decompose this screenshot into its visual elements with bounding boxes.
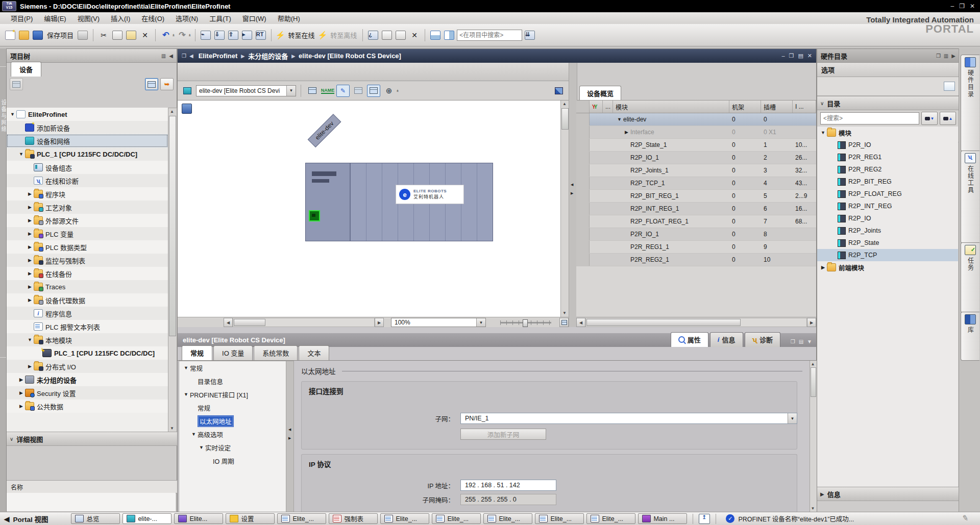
tree-item[interactable]: ▶监控与强制表 [7,254,168,267]
row-handle[interactable] [576,241,590,253]
table-row[interactable]: R2P_INT_REG_10616... [576,203,816,215]
expand-down-icon[interactable]: ▼ [182,365,190,370]
menu-item[interactable]: 帮助(H) [272,12,306,24]
rack-cell[interactable]: 0 [729,254,761,266]
iaddress-cell[interactable]: 2...9 [793,190,816,202]
tab-系统常数[interactable]: 系统常数 [254,345,298,360]
breadcrumb-item[interactable]: elite-dev [Elite Robot CS Device] [299,52,401,60]
menu-item[interactable]: 窗口(W) [237,12,272,24]
save-project-button[interactable]: 保存项目 [47,30,74,40]
undo-icon[interactable]: ↶ [160,29,172,41]
zoom-icon[interactable]: ⊕ [382,85,396,97]
col-iaddress[interactable]: I ... [793,101,816,113]
taskbar-button-设置[interactable]: 设置 [226,513,275,524]
profinet-port-selected[interactable] [309,210,320,221]
go-offline-icon[interactable]: ⚡ [317,31,327,40]
row-handle[interactable] [576,152,590,164]
tree-refresh-icon[interactable]: ➥ [160,78,174,90]
row-handle[interactable] [576,177,590,189]
zoom-options-icon[interactable]: ± [397,89,399,92]
search-up-icon[interactable]: ▲ [940,112,956,125]
row-handle[interactable] [576,126,590,138]
iaddress-cell[interactable]: 68... [793,215,816,228]
module-cell[interactable]: ▶Interface [613,126,729,138]
status-message[interactable]: ✓ PROFINET 设备名称“elite-dev1”已成功... [726,514,854,523]
split-vertical-icon[interactable] [443,29,455,41]
table-row[interactable]: P2R_IO_108 [576,228,816,241]
iaddress-cell[interactable] [793,254,816,266]
table-row[interactable]: P2R_REG1_109 [576,241,816,254]
rack-cell[interactable]: 0 [729,126,761,138]
row-handle[interactable] [576,164,590,177]
station-overview-icon[interactable] [181,85,194,97]
tree-item[interactable]: ▶程序块 [7,187,168,201]
table-row[interactable]: ▶Interface00 X1 [576,126,816,139]
expand-right-icon[interactable]: ▶ [26,244,34,249]
catalog-info-header[interactable]: ▶ 信息 [817,487,964,501]
catalog-section-header[interactable]: ∨ 目录 [817,96,959,110]
window-split-2-icon[interactable] [395,29,407,41]
properties-nav-item[interactable]: ▼常规 [179,361,286,374]
go-offline-button[interactable]: 转至离线 [330,30,357,40]
rack-cell[interactable]: 0 [729,139,761,151]
catalog-item[interactable]: R2P_State [817,237,958,249]
properties-nav-item[interactable]: ▼PROFINET接口 [X1] [179,388,286,401]
window-minimize-icon[interactable]: – [950,3,954,10]
tree-item[interactable]: ▶设备代理数据 [7,293,168,307]
editor-collapse-icon[interactable]: ◀ [189,53,193,59]
tree-item[interactable]: ▶外部源文件 [7,214,168,227]
row-handle[interactable] [576,190,590,202]
rack-cell[interactable]: 0 [729,228,761,240]
panel-options-icon[interactable]: ▥ [161,53,166,59]
col-slot[interactable]: 插槽 [761,101,793,113]
properties-nav-item[interactable]: 以太网地址 [179,414,286,428]
slot-cell[interactable]: 4 [761,177,793,189]
right-tab-libraries[interactable]: 库 [961,312,979,361]
ip-address-field[interactable]: 192 . 168 . 51 . 142 [460,480,556,491]
overview-scroll-left-icon[interactable]: ◀ [576,318,585,327]
slot-cell[interactable]: 8 [761,228,793,240]
detail-view-header[interactable]: ∨ 详细视图 [7,432,182,446]
catalog-item[interactable]: R2P_INT_REG [817,200,958,212]
subnet-mask-field[interactable]: 255 . 255 . 255 . 0 [460,494,556,505]
inspector-tab-属性[interactable]: 属性 [671,332,708,347]
slot-cell[interactable]: 7 [761,215,793,228]
expand-right-icon[interactable]: ▶ [26,205,34,210]
module-cell[interactable]: P2R_IO_1 [613,228,729,240]
save-project-icon[interactable] [32,29,44,41]
expand-right-icon[interactable]: ▶ [819,265,827,270]
catalog-item[interactable]: P2R_REG1 [817,151,958,163]
inspector-tab-诊断[interactable]: ʯ诊断 [745,332,781,347]
menu-item[interactable]: 在线(O) [136,12,170,24]
iaddress-cell[interactable]: 32... [793,164,816,177]
taskbar-button-总览[interactable]: 总览 [71,513,120,524]
properties-nav-item[interactable]: 常规 [179,401,286,414]
catalog-item[interactable]: R2P_TCP [817,249,958,261]
slot-cell[interactable]: 6 [761,203,793,215]
cut-icon[interactable]: ✂ [97,29,110,41]
device-selector-arrow-icon[interactable]: ▼ [286,86,296,96]
zoom-slider[interactable] [500,322,551,323]
fit-to-window-icon[interactable] [559,318,569,327]
col-rack[interactable]: 机架 [729,101,761,113]
menu-item[interactable]: 插入(I) [105,12,136,24]
row-handle[interactable] [576,113,590,126]
properties-nav-splitter[interactable]: ◀ ▶ [286,361,294,512]
canvas-scroll-left-icon[interactable]: ◀ [224,318,233,327]
catalog-item[interactable]: R2P_FLOAT_REG [817,188,958,200]
catalog-search-input[interactable] [820,112,919,124]
menu-item[interactable]: 编辑(E) [38,12,71,24]
window-close-icon[interactable]: ✕ [970,3,975,10]
expand-right-icon[interactable]: ▶ [26,218,34,223]
download-icon[interactable]: ⇩ [213,29,226,41]
row-handle[interactable] [576,228,590,240]
slot-cell[interactable]: 9 [761,241,793,253]
tree-item[interactable]: PLC_1 [CPU 1215FC DC/DC/DC] [7,346,168,360]
module-cell[interactable]: R2P_INT_REG_1 [613,203,729,215]
module-cell[interactable]: P2R_REG2_1 [613,254,729,266]
rack-cell[interactable]: 0 [729,177,761,189]
device-selector-dropdown[interactable]: elite-dev [Elite Robot CS Devi ▼ [196,85,296,96]
tab-文本[interactable]: 文本 [299,345,329,360]
iaddress-cell[interactable] [793,126,816,138]
expand-right-icon[interactable]: ▶ [26,284,34,289]
